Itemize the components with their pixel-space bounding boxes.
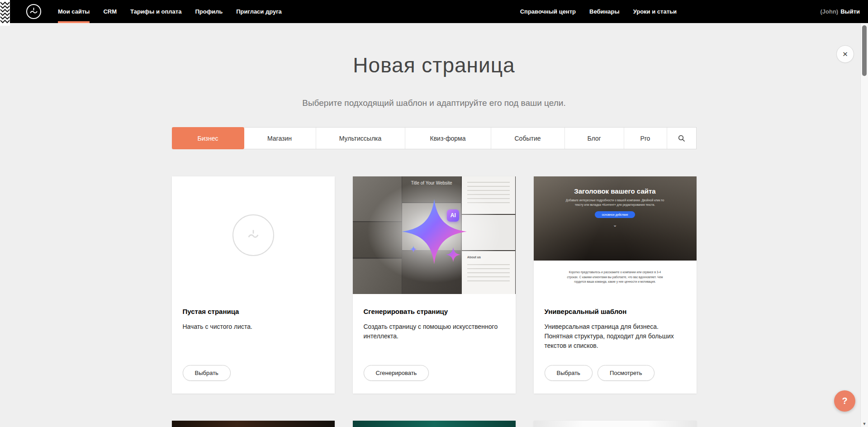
nav-invite-friend[interactable]: Пригласи друга <box>229 0 289 23</box>
card-universal-template: Заголовок вашего сайта Добавьте интересн… <box>534 176 697 394</box>
card-title: Пустая страница <box>183 308 324 315</box>
tilda-watermark-icon <box>232 214 274 256</box>
template-hero: Заголовок вашего сайта Добавьте интересн… <box>534 176 697 261</box>
template-body: Коротко представьтесь и расскажите о ком… <box>534 261 697 294</box>
zigzag-pattern <box>0 0 10 26</box>
topbar: Мои сайты CRM Тарифы и оплата Профиль Пр… <box>0 0 868 23</box>
ai-badge: AI <box>447 209 459 222</box>
help-button[interactable]: ? <box>834 390 855 412</box>
user-name: (John) <box>820 8 838 15</box>
blank-page-preview <box>172 176 335 294</box>
tab-quiz-form[interactable]: Квиз-форма <box>405 128 491 149</box>
tab-event[interactable]: Событие <box>491 128 565 149</box>
card-template-partial[interactable] <box>172 421 335 427</box>
tab-pro[interactable]: Pro <box>624 128 667 149</box>
card-description: Создать страницу с помощью искусственног… <box>364 322 505 341</box>
card-actions: Выбрать Посмотреть <box>545 365 686 381</box>
user-block: (John) Выйти <box>820 0 860 23</box>
close-icon: ✕ <box>842 51 848 57</box>
nav-help-center[interactable]: Справочный центр <box>513 0 583 23</box>
tilda-watermark-glyph <box>244 226 262 244</box>
template-cards-grid: Пустая страница Начать с чистого листа. … <box>172 176 697 394</box>
nav-pricing[interactable]: Тарифы и оплата <box>123 0 188 23</box>
card-template-partial[interactable] <box>353 421 516 427</box>
secondary-nav: Справочный центр Вебинары Уроки и статьи <box>513 0 683 23</box>
tab-search[interactable] <box>667 128 696 149</box>
nav-my-sites[interactable]: Мои сайты <box>51 0 96 23</box>
generate-button[interactable]: Сгенерировать <box>364 365 429 381</box>
ai-sparkle-tiny-icon <box>410 246 417 253</box>
template-hero-title: Заголовок вашего сайта <box>534 176 697 195</box>
tilda-logo-icon <box>27 5 40 18</box>
template-category-tabs: Бизнес Магазин Мультиссылка Квиз-форма С… <box>172 127 697 149</box>
card-body: Сгенерировать страницу Создать страницу … <box>353 294 516 394</box>
main-nav: Мои сайты CRM Тарифы и оплата Профиль Пр… <box>51 0 289 23</box>
card-ai-generate: About us Title of Your Website <box>353 176 516 394</box>
card-actions: Выбрать <box>183 365 324 381</box>
view-button[interactable]: Посмотреть <box>598 365 655 381</box>
card-description: Универсальная страница для бизнеса. Поня… <box>545 322 686 351</box>
scrollbar[interactable]: ▼ <box>860 23 868 427</box>
tab-blog[interactable]: Блог <box>565 128 624 149</box>
nav-profile[interactable]: Профиль <box>188 0 229 23</box>
tab-multilink[interactable]: Мультиссылка <box>316 128 405 149</box>
card-body: Пустая страница Начать с чистого листа. … <box>172 294 335 394</box>
card-description: Начать с чистого листа. <box>183 322 324 332</box>
logout-link[interactable]: Выйти <box>840 8 860 15</box>
tab-business[interactable]: Бизнес <box>172 128 244 149</box>
card-actions: Сгенерировать <box>364 365 505 381</box>
template-hero-subtitle: Добавьте интересные подробности о вашей … <box>561 198 669 207</box>
nav-webinars[interactable]: Вебинары <box>583 0 626 23</box>
card-blank-page: Пустая страница Начать с чистого листа. … <box>172 176 335 394</box>
zigzag-decoration <box>0 0 10 26</box>
scrollbar-thumb[interactable] <box>862 25 867 76</box>
choose-button[interactable]: Выбрать <box>183 365 231 381</box>
tab-store[interactable]: Магазин <box>244 128 316 149</box>
page-subtitle: Выберите подходящий шаблон и адаптируйте… <box>0 98 868 108</box>
ai-preview[interactable]: About us Title of Your Website <box>353 176 516 294</box>
card-template-partial[interactable] <box>534 421 697 427</box>
template-cards-grid-row2 <box>172 421 697 427</box>
template-preview[interactable]: Заголовок вашего сайта Добавьте интересн… <box>534 176 697 294</box>
choose-button[interactable]: Выбрать <box>545 365 593 381</box>
template-hero-button: основное действие <box>595 211 635 218</box>
scroll-down-arrow[interactable]: ▼ <box>861 422 868 426</box>
tilda-logo[interactable] <box>26 4 41 19</box>
page-title: Новая страница <box>0 23 868 77</box>
card-title: Универсальный шаблон <box>545 308 686 315</box>
chevron-down-icon: ⌄ <box>534 222 697 228</box>
nav-lessons[interactable]: Уроки и статьи <box>626 0 683 23</box>
search-icon <box>678 135 685 142</box>
ai-sparkle-small-icon <box>446 247 461 262</box>
close-button[interactable]: ✕ <box>836 45 854 63</box>
card-body: Универсальный шаблон Универсальная стран… <box>534 294 697 394</box>
nav-crm[interactable]: CRM <box>96 0 123 23</box>
card-title: Сгенерировать страницу <box>364 308 505 315</box>
question-mark-icon: ? <box>842 396 847 406</box>
template-body-text: Коротко представьтесь и расскажите о ком… <box>564 270 665 284</box>
